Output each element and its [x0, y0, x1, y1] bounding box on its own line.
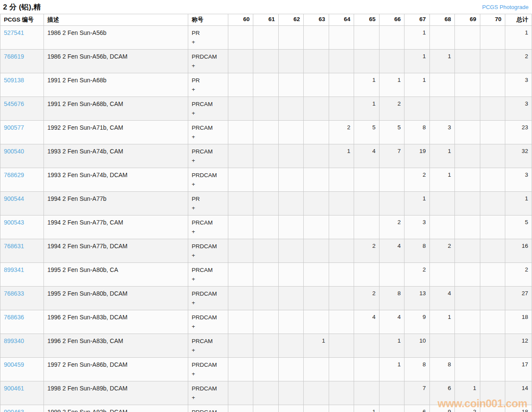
- table-row: 7686191986 2 Fen Sun-A56b, DCAMPRDCAM+11…: [0, 50, 532, 73]
- designation-suffix: +: [192, 275, 224, 284]
- grade-61-cell: [253, 97, 278, 121]
- grade-63-cell: [304, 381, 329, 405]
- pcgs-number-link[interactable]: 900461: [4, 385, 24, 392]
- description-cell: 1991 2 Fen Sun-A68b: [44, 73, 188, 97]
- grade-62-cell: [278, 192, 303, 215]
- pcgs-number-link[interactable]: 768633: [4, 290, 24, 297]
- pcgs-number-link[interactable]: 900544: [4, 195, 24, 202]
- designation-cell: PR+: [188, 73, 228, 97]
- pcgs-number-cell: 900540: [0, 144, 44, 168]
- grade-68-cell: [429, 97, 454, 121]
- total-cell: 3: [505, 97, 532, 121]
- pcgs-number-link[interactable]: 527541: [4, 29, 24, 36]
- designation-label: PRDCAM: [192, 242, 224, 251]
- grade-70-cell: [480, 405, 505, 412]
- grade-67-cell: 9: [404, 310, 429, 334]
- description-cell: 1997 2 Fen Sun-A86b, DCAM: [44, 358, 188, 381]
- description-cell: 1993 2 Fen Sun-A74b, DCAM: [44, 168, 188, 192]
- designation-suffix: +: [192, 346, 224, 355]
- pcgs-number-link[interactable]: 899340: [4, 337, 24, 344]
- grade-61-cell: [253, 381, 278, 405]
- grade-64-cell: 1: [329, 144, 354, 168]
- grade-60-cell: [228, 405, 253, 412]
- total-cell: 2: [505, 263, 532, 287]
- designation-cell: PRDCAM+: [188, 310, 228, 334]
- grade-65-cell: 1: [354, 97, 379, 121]
- grade-63-cell: [304, 287, 329, 310]
- designation-suffix: +: [192, 369, 224, 378]
- table-row: 9005431994 2 Fen Sun-A77b, CAMPRCAM+235: [0, 215, 532, 239]
- designation-label: PR: [192, 76, 224, 85]
- grade-70-cell: [480, 358, 505, 381]
- grade-62-cell: [278, 144, 303, 168]
- pcgs-number-link[interactable]: 768636: [4, 314, 24, 321]
- designation-suffix: +: [192, 322, 224, 331]
- pcgs-number-link[interactable]: 900459: [4, 361, 24, 368]
- grade-65-cell: [354, 263, 379, 287]
- pcgs-number-cell: 545676: [0, 97, 44, 121]
- designation-cell: PRDCAM+: [188, 405, 228, 412]
- designation-cell: PR+: [188, 192, 228, 215]
- description-cell: 1994 2 Fen Sun-A77b: [44, 192, 188, 215]
- grade-66-cell: 7: [379, 144, 404, 168]
- grade-60-cell: [228, 381, 253, 405]
- grade-67-cell: 1: [404, 50, 429, 73]
- pcgs-number-cell: 900461: [0, 381, 44, 405]
- grade-63-cell: [304, 121, 329, 144]
- grade-66-cell: 4: [379, 239, 404, 263]
- grade-62-cell: [278, 287, 303, 310]
- grade-69-cell: [455, 192, 480, 215]
- grade-67-cell: 7: [404, 381, 429, 405]
- grade-62-cell: [278, 215, 303, 239]
- grade-70-cell: [480, 192, 505, 215]
- table-row: 8993401996 2 Fen Sun-A83b, CAMPRCAM+1110…: [0, 334, 532, 358]
- grade-63-cell: 1: [304, 334, 329, 358]
- designation-label: PRCAM: [192, 265, 224, 275]
- pcgs-number-link[interactable]: 899341: [4, 266, 24, 273]
- pcgs-number-link[interactable]: 768619: [4, 53, 24, 60]
- grade-68-cell: 2: [429, 239, 454, 263]
- grade-63-cell: [304, 26, 329, 50]
- grade-68-cell: [429, 334, 454, 358]
- grade-70-cell: [480, 310, 505, 334]
- grade-69-cell: [455, 50, 480, 73]
- grade-66-cell: [379, 405, 404, 412]
- grade-65-cell: 1: [354, 405, 379, 412]
- grade-63-cell: [304, 215, 329, 239]
- grade-63-cell: [304, 144, 329, 168]
- pcgs-number-cell: 900463: [0, 405, 44, 412]
- table-row: 9004611998 2 Fen Sun-A89b, DCAMPRDCAM+76…: [0, 381, 532, 405]
- photograde-link[interactable]: PCGS Photograde: [482, 4, 529, 10]
- grade-60-cell: [228, 192, 253, 215]
- grade-60-cell: [228, 50, 253, 73]
- pcgs-number-link[interactable]: 900540: [4, 148, 24, 155]
- grade-62-cell: [278, 334, 303, 358]
- pcgs-number-link[interactable]: 768629: [4, 172, 24, 178]
- header-grade-69: 69: [455, 14, 480, 26]
- grade-69-cell: [455, 287, 480, 310]
- grade-63-cell: [304, 310, 329, 334]
- grade-65-cell: [354, 381, 379, 405]
- grade-66-cell: [379, 50, 404, 73]
- pcgs-number-link[interactable]: 509138: [4, 77, 24, 84]
- designation-label: PRDCAM: [192, 289, 224, 298]
- grade-65-cell: 4: [354, 310, 379, 334]
- pcgs-number-link[interactable]: 768631: [4, 243, 24, 250]
- pcgs-number-link[interactable]: 900463: [4, 409, 24, 412]
- pcgs-number-link[interactable]: 545676: [4, 100, 24, 107]
- grade-67-cell: 13: [404, 287, 429, 310]
- total-cell: 2: [505, 50, 532, 73]
- grade-61-cell: [253, 144, 278, 168]
- table-row: 5456761991 2 Fen Sun-A68b, CAMPRCAM+123: [0, 97, 532, 121]
- table-row: 7686291993 2 Fen Sun-A74b, DCAMPRDCAM+21…: [0, 168, 532, 192]
- grade-68-cell: 1: [429, 50, 454, 73]
- pcgs-number-link[interactable]: 900577: [4, 124, 24, 131]
- grade-62-cell: [278, 121, 303, 144]
- designation-suffix: +: [192, 37, 224, 47]
- grade-65-cell: [354, 50, 379, 73]
- grade-64-cell: [329, 50, 354, 73]
- pcgs-number-link[interactable]: 900543: [4, 219, 24, 226]
- grade-70-cell: [480, 144, 505, 168]
- grade-67-cell: 8: [404, 239, 429, 263]
- description-cell: 1993 2 Fen Sun-A74b, CAM: [44, 144, 188, 168]
